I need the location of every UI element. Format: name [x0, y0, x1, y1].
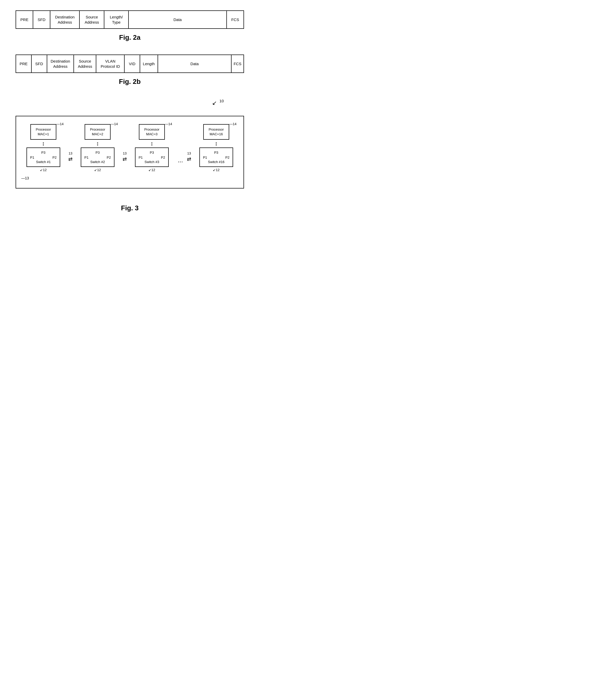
label-12-1: ↙12 — [40, 168, 46, 172]
port-p3-2: P3 — [83, 151, 113, 155]
processor-box-16: ProcessorMAC=16 — [203, 124, 229, 140]
port-p1-3: P1 — [139, 156, 143, 159]
port-p2-16: P2 — [225, 156, 229, 159]
fig2a-table: PRE SFD DestinationAddress SourceAddress… — [16, 10, 244, 29]
label-13-c: 13 — [187, 151, 191, 155]
label-14-16: —14 — [229, 122, 236, 126]
diagram-container: ProcessorMAC=1 —14 ↕ P3 P1 P2 Switch #1 … — [16, 116, 244, 188]
vert-arrow-3: ↕ — [150, 141, 153, 146]
field-src-2b: SourceAddress — [74, 55, 96, 73]
ref-10-arrow: ↙ — [212, 100, 217, 107]
label-13-bottom: —13 — [21, 176, 238, 180]
ref-10-label: 10 — [219, 99, 224, 103]
label-13-a: 13 — [68, 151, 72, 155]
field-data-2b: Data — [158, 55, 231, 73]
h-arrow-2-3: ⇄ — [123, 156, 127, 162]
port-p3-16: P3 — [201, 151, 231, 155]
port-p1-16: P1 — [203, 156, 207, 159]
label-13-b: 13 — [123, 151, 127, 155]
field-vid-2b: VID — [124, 55, 140, 73]
fig2b-table: PRE SFD DestinationAddress SourceAddress… — [16, 54, 244, 73]
port-p3-3: P3 — [137, 151, 167, 155]
field-sfd-2a: SFD — [33, 11, 50, 29]
field-len-2b: Length — [140, 55, 158, 73]
port-p2-1: P2 — [52, 156, 56, 159]
port-p1-1: P1 — [30, 156, 34, 159]
fig2a-caption: Fig. 2a — [16, 33, 244, 41]
fig3-caption: Fig. 3 — [16, 204, 244, 212]
vert-arrow-16: ↕ — [215, 141, 217, 146]
field-fcs-2b: FCS — [231, 55, 244, 73]
switch-box-2: P3 P1 P2 Switch #2 — [81, 148, 115, 167]
switch-unit-3: ProcessorMAC=3 —14 ↕ P3 P1 P2 Switch #3 … — [130, 124, 174, 172]
h-arrow-1-2: ⇄ — [68, 156, 73, 162]
switch-unit-1: ProcessorMAC=1 —14 ↕ P3 P1 P2 Switch #1 … — [21, 124, 65, 172]
fig3-section: ↙ 10 ProcessorMAC=1 —14 ↕ P3 P1 P2 — [16, 99, 244, 212]
label-12-2: ↙12 — [94, 168, 101, 172]
switch-name-2: Switch #2 — [83, 160, 113, 164]
field-src-2a: SourceAddress — [79, 11, 104, 29]
fig2a-section: PRE SFD DestinationAddress SourceAddress… — [16, 10, 244, 41]
processor-box-1: ProcessorMAC=1 — [30, 124, 56, 140]
processor-box-2: ProcessorMAC=2 — [84, 124, 111, 140]
switch-ports-2: P1 P2 — [83, 156, 113, 159]
fig2b-caption: Fig. 2b — [16, 77, 244, 86]
switch-box-16: P3 P1 P2 Switch #16 — [199, 148, 233, 167]
switch-name-3: Switch #3 — [137, 160, 167, 164]
fig2b-section: PRE SFD DestinationAddress SourceAddress… — [16, 54, 244, 86]
vert-arrow-1: ↕ — [42, 141, 45, 146]
field-dst-2a: DestinationAddress — [50, 11, 79, 29]
label-12-3: ↙12 — [149, 168, 155, 172]
switch-box-3: P3 P1 P2 Switch #3 — [135, 148, 169, 167]
switch-unit-16: ProcessorMAC=16 —14 ↕ P3 P1 P2 Switch #1… — [194, 124, 238, 172]
switches-row: ProcessorMAC=1 —14 ↕ P3 P1 P2 Switch #1 … — [21, 124, 238, 172]
field-data-2a: Data — [129, 11, 227, 29]
field-lt-2a: Length/Type — [104, 11, 129, 29]
field-pre-2a: PRE — [16, 11, 33, 29]
vert-arrow-2: ↕ — [96, 141, 99, 146]
switch-name-16: Switch #16 — [201, 160, 231, 164]
label-14-2: —14 — [111, 122, 118, 126]
port-p2-3: P2 — [161, 156, 165, 159]
switch-ports-3: P1 P2 — [137, 156, 167, 159]
label-14-1: —14 — [56, 122, 63, 126]
switch-ports-1: P1 P2 — [29, 156, 58, 159]
field-fcs-2a: FCS — [227, 11, 244, 29]
ellipsis: ··· — [177, 158, 184, 165]
field-sfd-2b: SFD — [31, 55, 47, 73]
field-vlan-2b: VLANProtocol ID — [96, 55, 124, 73]
field-dst-2b: DestinationAddress — [47, 55, 74, 73]
port-p2-2: P2 — [107, 156, 111, 159]
processor-box-3: ProcessorMAC=3 — [139, 124, 165, 140]
port-p3-1: P3 — [29, 151, 58, 155]
field-pre-2b: PRE — [16, 55, 31, 73]
h-arrow-dots-16: ⇄ — [187, 156, 191, 162]
switch-box-1: P3 P1 P2 Switch #1 — [26, 148, 60, 167]
label-12-16: ↙12 — [213, 168, 219, 172]
port-p1-2: P1 — [84, 156, 88, 159]
switch-unit-2: ProcessorMAC=2 —14 ↕ P3 P1 P2 Switch #2 … — [75, 124, 120, 172]
switch-name-1: Switch #1 — [29, 160, 58, 164]
switch-ports-16: P1 P2 — [201, 156, 231, 159]
label-14-3: —14 — [165, 122, 172, 126]
